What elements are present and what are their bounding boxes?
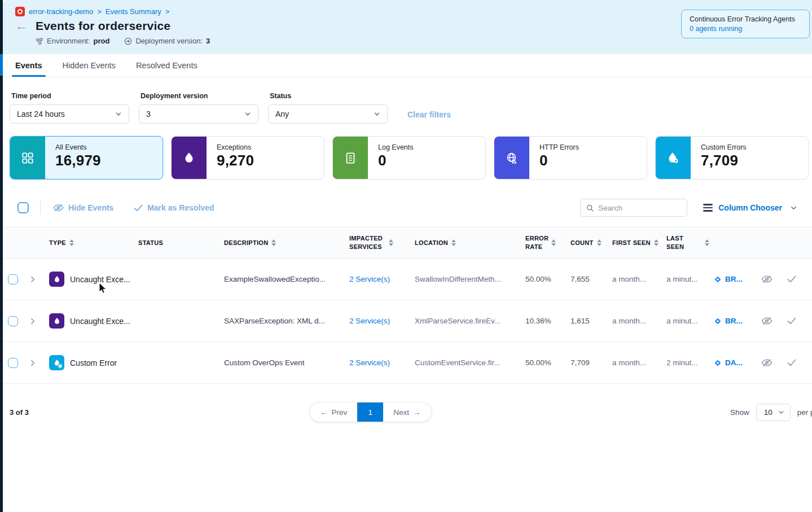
jira-ticket-link[interactable]: BR... xyxy=(714,275,753,283)
column-header-last-seen[interactable]: LAST SEEN xyxy=(666,234,714,251)
column-chooser-button[interactable]: Column Chooser xyxy=(718,203,782,212)
columns-icon[interactable] xyxy=(703,204,713,212)
stat-card-custom-errors[interactable]: Custom Errors 7,709 xyxy=(655,136,809,180)
location-cell: XmlParseService.fireEv... xyxy=(415,317,525,325)
first-seen-cell: a month... xyxy=(612,358,666,367)
time-period-select[interactable]: Last 24 hours xyxy=(10,104,129,124)
tab-resolved-events[interactable]: Resolved Events xyxy=(136,54,197,77)
event-type-label: Uncaught Exce... xyxy=(70,317,130,326)
jira-ticket-link[interactable]: DA... xyxy=(714,358,753,367)
flame-icon xyxy=(172,137,207,179)
impacted-services-link[interactable]: 2 Service(s) xyxy=(349,275,390,283)
search-box[interactable] xyxy=(580,199,687,217)
column-header-description[interactable]: DESCRIPTION xyxy=(224,239,349,247)
count-cell: 1,615 xyxy=(570,317,612,325)
collapsed-sidebar-edge[interactable] xyxy=(0,0,3,512)
table-row[interactable]: Uncaught Exce... SAXParseException: XML … xyxy=(3,300,812,342)
jira-icon xyxy=(714,359,722,367)
page-number-button[interactable]: 1 xyxy=(357,402,383,422)
sort-icon[interactable] xyxy=(654,239,659,246)
table-body: Uncaught Exce... ExampleSwallowedExcepti… xyxy=(3,259,812,384)
deployment-version-value: 3 xyxy=(146,110,151,119)
table-row[interactable]: Custom Error Custom OverOps Event 2 Serv… xyxy=(3,342,812,384)
sort-icon[interactable] xyxy=(597,239,602,246)
breadcrumb-section-link[interactable]: Events Summary xyxy=(106,7,161,16)
location-cell: SwallowInDifferentMeth... xyxy=(415,275,525,283)
impacted-services-link[interactable]: 2 Service(s) xyxy=(349,358,390,367)
event-type-icon xyxy=(49,355,64,370)
row-actions xyxy=(753,315,812,327)
row-actions xyxy=(753,357,812,369)
hide-event-icon[interactable] xyxy=(761,275,773,283)
hide-events-button[interactable]: Hide Events xyxy=(53,203,113,212)
stat-card-value: 16,979 xyxy=(55,152,101,169)
stat-card-label: HTTP Errors xyxy=(539,143,579,151)
event-type-icon xyxy=(49,272,64,287)
jira-ticket-link[interactable]: BR... xyxy=(714,317,753,325)
hide-event-icon[interactable] xyxy=(761,358,773,367)
chevron-down-icon xyxy=(244,111,251,117)
resolve-event-icon[interactable] xyxy=(787,275,796,283)
select-all-checkbox[interactable] xyxy=(17,202,29,213)
last-seen-cell: 2 minut... xyxy=(666,358,714,367)
row-checkbox[interactable] xyxy=(8,274,18,285)
agents-running-link[interactable]: 0 agents running xyxy=(690,25,801,33)
first-seen-cell: a month... xyxy=(612,317,666,325)
error-rate-cell: 10.36% xyxy=(525,317,570,325)
clear-filters-button[interactable]: Clear filters xyxy=(407,110,451,119)
breadcrumb-separator: > xyxy=(165,7,170,16)
column-chooser-chevron-icon[interactable] xyxy=(790,204,797,212)
sidebar-active-indicator xyxy=(0,54,3,76)
count-cell: 7,655 xyxy=(570,275,612,283)
stat-card-exceptions[interactable]: Exceptions 9,270 xyxy=(171,136,324,180)
resolve-event-icon[interactable] xyxy=(787,359,796,366)
next-label: Next xyxy=(393,408,409,417)
sort-icon[interactable] xyxy=(271,239,276,246)
error-rate-cell: 50.00% xyxy=(525,275,570,283)
stat-card-log-events[interactable]: Log Events 0 xyxy=(332,136,486,180)
tab-events[interactable]: Events xyxy=(15,54,42,77)
stat-card-http-errors[interactable]: HTTP Errors 0 xyxy=(494,136,647,180)
agents-status-card[interactable]: Continuous Error Tracking Agents 0 agent… xyxy=(681,10,810,38)
column-header-error-rate[interactable]: ERROR RATE xyxy=(525,234,570,251)
deployment-version-select[interactable]: 3 xyxy=(139,104,258,124)
breadcrumb-project-link[interactable]: error-tracking-demo xyxy=(29,7,93,16)
column-header-count[interactable]: COUNT xyxy=(570,239,612,247)
sort-icon[interactable] xyxy=(389,239,393,246)
mark-resolved-button[interactable]: Mark as Resolved xyxy=(134,203,214,212)
page-size-select[interactable]: 10 xyxy=(756,404,791,421)
row-expander-chevron-icon[interactable] xyxy=(29,275,49,283)
sort-icon[interactable] xyxy=(451,239,456,246)
chevron-down-icon xyxy=(374,111,380,117)
tab-hidden-events[interactable]: Hidden Events xyxy=(63,54,116,77)
impacted-services-link[interactable]: 2 Service(s) xyxy=(349,317,390,325)
stat-card-all-events[interactable]: All Events 16,979 xyxy=(10,136,163,180)
column-header-location[interactable]: LOCATION xyxy=(415,239,525,247)
row-expander-chevron-icon[interactable] xyxy=(29,317,49,325)
row-expander-chevron-icon[interactable] xyxy=(29,359,49,367)
page-size-value: 10 xyxy=(764,408,773,417)
sort-icon[interactable] xyxy=(69,239,74,246)
next-page-button[interactable]: Next → xyxy=(383,402,431,422)
column-header-type[interactable]: TYPE xyxy=(49,239,138,247)
ticket-id: DA... xyxy=(725,358,743,367)
column-header-impacted-services[interactable]: IMPACTED SERVICES xyxy=(349,234,415,251)
sort-icon[interactable] xyxy=(551,239,556,246)
chevron-down-icon xyxy=(778,409,784,415)
back-button[interactable]: ← xyxy=(15,20,28,32)
status-select[interactable]: Any xyxy=(268,104,388,124)
environment-meta: Environment: prod xyxy=(36,37,109,45)
mark-resolved-label: Mark as Resolved xyxy=(147,203,214,212)
search-icon xyxy=(586,204,594,212)
column-header-first-seen[interactable]: FIRST SEEN xyxy=(612,239,666,247)
row-checkbox[interactable] xyxy=(8,358,18,368)
hide-event-icon[interactable] xyxy=(761,317,773,325)
page-size-group: Show 10 per page xyxy=(730,404,812,421)
sort-icon[interactable] xyxy=(705,239,709,246)
description-cell: ExampleSwallowedExceptio... xyxy=(224,275,349,283)
resolve-event-icon[interactable] xyxy=(787,317,796,325)
table-row[interactable]: Uncaught Exce... ExampleSwallowedExcepti… xyxy=(3,259,812,300)
search-input[interactable] xyxy=(598,204,681,212)
row-checkbox[interactable] xyxy=(8,316,18,326)
prev-page-button[interactable]: ← Prev xyxy=(310,402,357,422)
